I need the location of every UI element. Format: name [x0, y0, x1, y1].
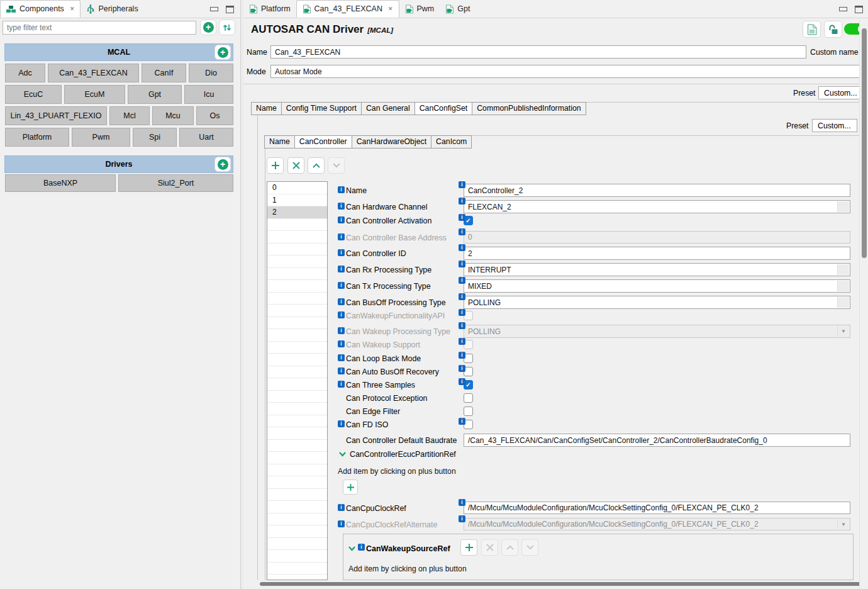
- combo-button[interactable]: [837, 281, 849, 291]
- unlock-button[interactable]: [824, 21, 842, 38]
- module-button-can43flexcan[interactable]: Can_43_FLEXCAN: [48, 64, 139, 82]
- close-icon[interactable]: ✕: [70, 6, 75, 12]
- module-button-mcu[interactable]: Mcu: [152, 106, 194, 125]
- delete-x-icon: [292, 162, 300, 169]
- move-down-button[interactable]: [328, 157, 345, 174]
- module-button-platform[interactable]: Platform: [5, 128, 69, 147]
- editor-tab-can43flexcan[interactable]: Can_43_FLEXCAN ✕: [296, 0, 399, 18]
- field-label-wakeup-type: iCan Wakeup Processing Type: [338, 327, 450, 336]
- page-title-tag: [MCAL]: [367, 26, 393, 34]
- module-button-canif[interactable]: CanIf: [142, 64, 186, 82]
- module-button-pwm[interactable]: Pwm: [72, 128, 130, 147]
- delete-wakeup-source-button[interactable]: [481, 539, 498, 556]
- mcal-add-button[interactable]: +: [214, 45, 231, 60]
- module-button-icu[interactable]: Icu: [184, 85, 233, 104]
- name-input[interactable]: Can_43_FLEXCAN: [270, 45, 806, 59]
- preset-dropdown[interactable]: Custom...: [818, 86, 860, 99]
- plugin-file-icon: [445, 4, 454, 14]
- move-wakeup-up-button[interactable]: [501, 539, 518, 556]
- driver-button-basenxp[interactable]: BaseNXP: [5, 174, 116, 192]
- horizontal-scrollbar[interactable]: [257, 580, 868, 589]
- preset-dropdown[interactable]: Custom...: [812, 119, 857, 132]
- input-cpu-clock-ref[interactable]: /Mcu/Mcu/McuModuleConfiguration/McuClock…: [464, 502, 850, 514]
- checkbox-edge-filter[interactable]: [464, 407, 473, 416]
- driver-button-siul2port[interactable]: Siul2_Port: [118, 174, 233, 192]
- list-item[interactable]: 0: [267, 182, 327, 194]
- chevron-down-icon: [333, 163, 340, 168]
- chevron-up-icon: [506, 545, 514, 550]
- preset-label: Preset: [793, 89, 816, 98]
- vertical-scrollbar-thumb[interactable]: [862, 28, 867, 258]
- tab-components[interactable]: Components ✕: [0, 0, 81, 18]
- field-label-cpu-clock-ref: iCanCpuClockRef: [338, 504, 406, 513]
- input-cancontroller-name[interactable]: CanController_2: [464, 184, 850, 197]
- info-icon: i: [459, 322, 465, 329]
- maximize-icon[interactable]: [855, 6, 863, 13]
- plus-icon: [347, 483, 355, 491]
- editor-tab-platform[interactable]: Platform: [243, 0, 296, 18]
- maximize-icon[interactable]: [226, 6, 234, 13]
- combo-button[interactable]: [837, 297, 849, 308]
- tab-name[interactable]: Name: [251, 102, 282, 115]
- module-button-mcl[interactable]: Mcl: [109, 106, 150, 125]
- add-wakeup-source-button[interactable]: [460, 539, 477, 556]
- field-label-tx-type: iCan Tx Processing Type: [338, 282, 431, 291]
- vertical-scrollbar[interactable]: [859, 19, 868, 589]
- input-controller-id[interactable]: 2: [464, 247, 850, 260]
- tab-config-time-support[interactable]: Config Time Support: [282, 102, 362, 115]
- controller-list: 0 1 2: [267, 181, 328, 580]
- combo-busoff-type[interactable]: POLLING: [464, 296, 850, 309]
- mode-input[interactable]: Autosar Mode: [270, 65, 868, 78]
- module-button-gpt[interactable]: Gpt: [128, 85, 182, 104]
- move-up-button[interactable]: [308, 157, 325, 174]
- tab-peripherals[interactable]: Peripherals: [81, 0, 143, 18]
- minimize-icon[interactable]: [210, 7, 218, 11]
- editor-tab-pwm[interactable]: Pwm: [399, 0, 440, 18]
- checkbox-protocol-exception[interactable]: [464, 393, 473, 403]
- toggle-switch-on[interactable]: [844, 23, 859, 35]
- filter-input[interactable]: [3, 21, 196, 35]
- module-button-ecuc[interactable]: EcuC: [5, 85, 62, 104]
- combo-button[interactable]: [837, 201, 849, 212]
- module-button-adc[interactable]: Adc: [5, 64, 45, 82]
- add-controller-button[interactable]: [267, 157, 284, 174]
- module-button-spi[interactable]: Spi: [133, 128, 177, 147]
- ecuc-partition-ref-section[interactable]: CanControllerEcucPartitionRef: [339, 450, 456, 459]
- tab-commonpublishedinformation[interactable]: CommonPublishedInformation: [472, 102, 586, 115]
- combo-button[interactable]: [837, 264, 849, 275]
- combo-rx-type[interactable]: INTERRUPT: [464, 263, 850, 276]
- module-button-ecum[interactable]: EcuM: [64, 85, 125, 104]
- tab-canicom[interactable]: CanIcom: [431, 135, 472, 149]
- close-icon[interactable]: ✕: [388, 6, 393, 12]
- input-default-baudrate[interactable]: /Can_43_FLEXCAN/Can/CanConfigSet/CanCont…: [464, 434, 850, 447]
- export-document-button[interactable]: [803, 21, 821, 38]
- wakeup-source-ref-section[interactable]: i CanWakeupSourceRef: [348, 544, 450, 553]
- list-empty-area: [267, 219, 327, 580]
- info-icon: i: [338, 186, 345, 193]
- tab-inner-name[interactable]: Name: [264, 135, 295, 149]
- custom-name-label: Custom name: [810, 48, 859, 57]
- module-button-lin43[interactable]: Lin_43_LPUART_FLEXIO: [5, 106, 107, 125]
- horizontal-scrollbar-thumb[interactable]: [260, 582, 865, 586]
- combo-hw-channel[interactable]: FLEXCAN_2: [464, 200, 850, 213]
- module-button-uart[interactable]: Uart: [179, 128, 233, 147]
- info-icon: i: [338, 249, 345, 256]
- list-item-selected[interactable]: 2: [267, 206, 327, 219]
- sort-button[interactable]: [219, 20, 235, 35]
- tab-cancontroller[interactable]: CanController: [295, 135, 352, 149]
- list-item[interactable]: 1: [267, 194, 327, 207]
- combo-cpu-clock-ref-alt: /Mcu/Mcu/McuModuleConfiguration/McuClock…: [464, 518, 850, 530]
- tab-canconfigset[interactable]: CanConfigSet: [415, 102, 473, 115]
- minimize-icon[interactable]: [839, 7, 847, 11]
- add-partition-ref-button[interactable]: [343, 480, 358, 495]
- add-component-button[interactable]: +: [200, 20, 216, 35]
- drivers-add-button[interactable]: +: [214, 157, 231, 172]
- editor-tab-gpt[interactable]: Gpt: [440, 0, 476, 18]
- module-button-os[interactable]: Os: [196, 106, 233, 125]
- tab-canhardwareobject[interactable]: CanHardwareObject: [352, 135, 431, 149]
- move-wakeup-down-button[interactable]: [521, 539, 538, 556]
- combo-tx-type[interactable]: MIXED: [464, 279, 850, 293]
- tab-can-general[interactable]: Can General: [362, 102, 415, 115]
- module-button-dio[interactable]: Dio: [189, 64, 233, 82]
- delete-controller-button[interactable]: [287, 157, 304, 174]
